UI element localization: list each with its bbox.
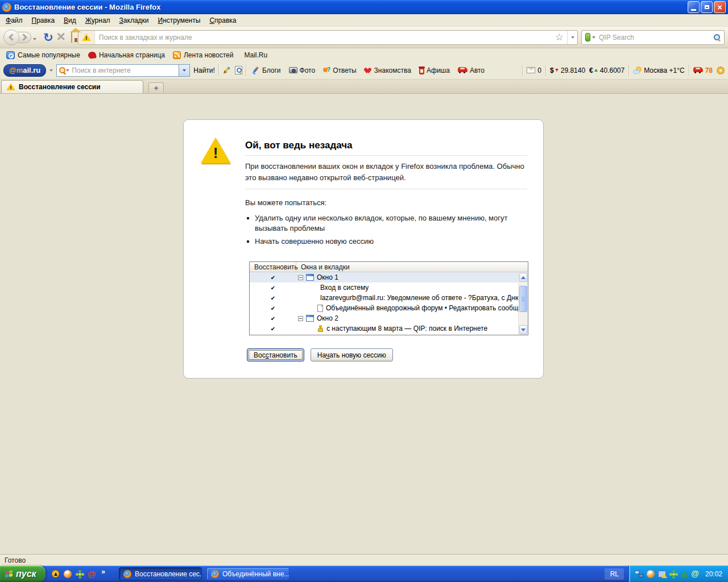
- restore-checkbox[interactable]: ✔: [250, 295, 296, 301]
- bookmark-item[interactable]: Лента новостей: [170, 51, 237, 60]
- qip-engine-icon[interactable]: [585, 33, 590, 41]
- tray-eject-icon[interactable]: [681, 571, 688, 577]
- taskbar-window[interactable]: Объединённый вне...: [206, 567, 289, 580]
- home-icon: [71, 32, 72, 43]
- eur-rate[interactable]: € 40.6007: [589, 66, 624, 74]
- bookmark-item[interactable]: Mail.Ru: [238, 51, 270, 60]
- weather-widget[interactable]: Москва +1°C: [633, 66, 684, 74]
- scroll-up-button[interactable]: [519, 273, 527, 282]
- mailru-search-input[interactable]: Поиск в интернете: [69, 66, 179, 74]
- restore-checkbox[interactable]: ✔: [250, 305, 296, 311]
- mailru-link-Блоги[interactable]: Блоги: [250, 66, 283, 74]
- search-engine-dropdown[interactable]: [592, 36, 595, 39]
- restore-checkbox[interactable]: ✔: [250, 326, 296, 332]
- bookmark-item[interactable]: Самые популярные: [3, 51, 83, 60]
- tree-row[interactable]: ✔Вход в систему: [250, 282, 528, 293]
- restore-button-window[interactable]: [701, 1, 713, 13]
- mailru-logo-dropdown[interactable]: [49, 69, 53, 72]
- forward-button[interactable]: [18, 32, 31, 43]
- scroll-thumb[interactable]: [519, 286, 527, 312]
- back-button[interactable]: [3, 30, 19, 45]
- collapse-expander[interactable]: [298, 275, 303, 280]
- menu-Инструменты[interactable]: Инструменты: [154, 15, 205, 26]
- gear-icon[interactable]: [717, 66, 725, 74]
- site-identity[interactable]: [78, 31, 95, 44]
- restore-checkbox[interactable]: ✔: [250, 285, 296, 291]
- tree-row[interactable]: [250, 334, 528, 335]
- menu-Файл[interactable]: Файл: [1, 15, 27, 26]
- tree-row-content: Вход в систему: [296, 284, 528, 292]
- search-bar[interactable]: QIP Search: [581, 30, 725, 45]
- home-button[interactable]: [71, 32, 72, 43]
- tree-row[interactable]: ✔Окно 1: [250, 272, 528, 282]
- tree-row[interactable]: ✔Окно 2: [250, 313, 528, 323]
- column-windows-tabs[interactable]: Окна и вкладки: [296, 262, 528, 272]
- history-dropdown[interactable]: [33, 32, 36, 43]
- reload-button[interactable]: ↻: [43, 32, 53, 43]
- mailru-link-Знакомства[interactable]: Знакомства: [362, 66, 413, 74]
- mailru-find-button[interactable]: Найти!: [193, 66, 215, 74]
- mailru-link-Фото[interactable]: Фото: [287, 66, 318, 74]
- tree-row-label: Окно 1: [317, 273, 338, 281]
- bookmark-label: Начальная страница: [99, 51, 165, 59]
- pencil-icon[interactable]: [222, 66, 231, 75]
- mailru-link-Ответы[interactable]: Ответы: [321, 66, 358, 74]
- menu-Правка[interactable]: Правка: [27, 15, 60, 26]
- menu-Закладки[interactable]: Закладки: [115, 15, 154, 26]
- tree-row-content: с наступающим 8 марта — QIP: поиск в Инт…: [296, 325, 528, 332]
- restore-checkbox[interactable]: ✔: [250, 315, 296, 322]
- rate-up-icon: [594, 69, 598, 72]
- mailru-logo[interactable]: @mail.ru: [3, 64, 46, 77]
- tray-warning-computer-icon[interactable]: [658, 571, 666, 577]
- taskbar-windows: Восстановление сес...Объединённый вне...: [119, 567, 289, 580]
- new-session-button[interactable]: Начать новую сессию: [311, 348, 393, 361]
- taskbar-window[interactable]: Восстановление сес...: [119, 567, 202, 580]
- quicklaunch-agent-icon[interactable]: [64, 570, 72, 578]
- stop-button[interactable]: ×: [57, 31, 65, 42]
- bookmark-item[interactable]: Начальная страница: [85, 51, 168, 60]
- tree-row[interactable]: ✔lazarevgurb@mail.ru: Уведомление об отв…: [250, 293, 528, 303]
- quicklaunch-icq-icon[interactable]: [76, 570, 84, 578]
- column-restore[interactable]: Восстановить: [250, 262, 296, 272]
- page-search-icon[interactable]: [235, 66, 242, 74]
- usd-rate[interactable]: $ 29.8140: [550, 66, 585, 74]
- mailru-link-Афиша[interactable]: Афиша: [417, 66, 452, 74]
- mailru-search-box[interactable]: Поиск в интернете: [56, 64, 190, 77]
- minimize-button[interactable]: [688, 1, 700, 13]
- new-tab-button[interactable]: +: [148, 82, 164, 93]
- tray-icq-icon[interactable]: [669, 570, 677, 578]
- search-input[interactable]: QIP Search: [597, 34, 712, 41]
- tray-network-icon[interactable]: [635, 571, 643, 577]
- tab-session-restore[interactable]: Восстановление сессии: [1, 80, 143, 93]
- url-dropdown[interactable]: [567, 31, 577, 44]
- menu-Журнал[interactable]: Журнал: [81, 15, 115, 26]
- url-bar[interactable]: Поиск в закладках и журнале ☆: [78, 30, 578, 45]
- restore-session-button[interactable]: Восстановить: [247, 348, 304, 361]
- url-input[interactable]: Поиск в закладках и журнале: [95, 34, 552, 41]
- mailru-combo-button[interactable]: [179, 65, 189, 76]
- close-button[interactable]: ×: [714, 1, 726, 13]
- menu-Справка[interactable]: Справка: [205, 15, 241, 26]
- mail-counter[interactable]: 0: [527, 66, 541, 74]
- tree-row[interactable]: ✔с наступающим 8 марта — QIP: поиск в Ин…: [250, 323, 528, 334]
- language-indicator[interactable]: RL: [605, 568, 624, 580]
- quicklaunch-aimp-icon[interactable]: [51, 569, 60, 578]
- menu-Вид[interactable]: Вид: [59, 15, 81, 26]
- windows-tabs-tree[interactable]: Восстановить Окна и вкладки ✔Окно 1✔Вход…: [249, 261, 528, 335]
- start-label: пуск: [16, 569, 36, 579]
- restore-checkbox[interactable]: ✔: [250, 275, 296, 281]
- collapse-expander[interactable]: [298, 316, 303, 321]
- search-magnifier-icon[interactable]: [714, 34, 721, 41]
- tray-agent-icon[interactable]: [647, 570, 655, 578]
- tree-row[interactable]: ✔Объединённый внедорожный форум • Редакт…: [250, 303, 528, 313]
- scroll-down-button[interactable]: [519, 325, 527, 334]
- rate-down-icon: [555, 69, 559, 72]
- quick-launch-overflow[interactable]: »: [101, 568, 105, 576]
- bookmark-star-icon[interactable]: ☆: [555, 31, 564, 43]
- mailru-link-Авто[interactable]: Авто: [456, 66, 487, 74]
- quicklaunch-mail-at-red-icon[interactable]: @: [88, 570, 96, 578]
- start-button[interactable]: пуск: [0, 566, 46, 582]
- tray-webmoney-icon[interactable]: @: [691, 570, 699, 577]
- traffic-widget[interactable]: 78: [693, 66, 713, 74]
- tree-scrollbar[interactable]: [518, 272, 528, 335]
